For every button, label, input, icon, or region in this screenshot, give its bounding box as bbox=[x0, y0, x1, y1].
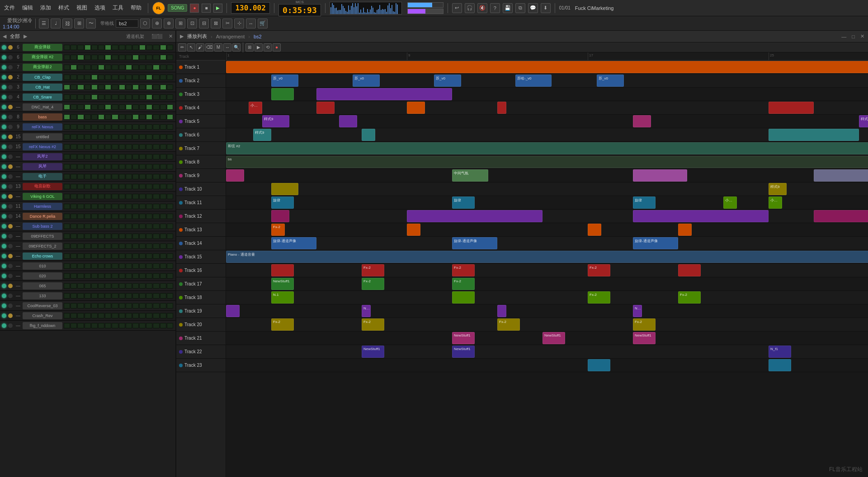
step-pad[interactable] bbox=[71, 323, 77, 328]
step-pad[interactable] bbox=[167, 293, 173, 299]
step-pad[interactable] bbox=[91, 234, 98, 239]
step-pad[interactable] bbox=[71, 234, 77, 239]
track-header[interactable]: Track 18 bbox=[176, 291, 226, 304]
clip[interactable]: Fx-2 bbox=[362, 264, 384, 276]
step-pad[interactable] bbox=[91, 323, 98, 328]
step-pad[interactable] bbox=[112, 134, 118, 140]
step-pad[interactable] bbox=[153, 194, 159, 199]
step-pad[interactable] bbox=[146, 303, 152, 309]
step-pad[interactable] bbox=[98, 253, 104, 259]
step-pad[interactable] bbox=[160, 224, 166, 229]
clip[interactable]: 中间气氛 bbox=[452, 169, 488, 182]
clip[interactable] bbox=[769, 359, 791, 371]
step-pad[interactable] bbox=[85, 124, 91, 130]
step-pad[interactable] bbox=[132, 174, 139, 179]
step-pad[interactable] bbox=[160, 263, 166, 269]
step-pad[interactable] bbox=[126, 204, 132, 209]
step-pad[interactable] bbox=[160, 114, 166, 120]
channel-name[interactable]: 电音副歌 bbox=[23, 183, 62, 190]
step-pad[interactable] bbox=[139, 283, 146, 289]
step-pad[interactable] bbox=[153, 65, 159, 70]
step-pad[interactable] bbox=[139, 164, 146, 169]
step-pad[interactable] bbox=[105, 224, 111, 229]
track-lane[interactable]: bs bbox=[226, 155, 868, 169]
step-pad[interactable] bbox=[160, 323, 166, 328]
step-pad[interactable] bbox=[91, 124, 98, 130]
step-pad[interactable] bbox=[71, 45, 77, 50]
step-pad[interactable] bbox=[77, 224, 84, 229]
step-pad[interactable] bbox=[77, 65, 84, 70]
step-pad[interactable] bbox=[153, 55, 159, 60]
track-header[interactable]: Track 9 bbox=[176, 169, 226, 182]
channel-name[interactable]: reFX Nexus bbox=[23, 123, 62, 131]
step-pad[interactable] bbox=[126, 65, 132, 70]
channel-row[interactable]: 11Harmless bbox=[0, 201, 175, 211]
menu-edit[interactable]: 编辑 bbox=[20, 3, 35, 13]
step-pad[interactable] bbox=[77, 134, 84, 140]
step-pad[interactable] bbox=[146, 243, 152, 249]
clip[interactable]: 旋律 bbox=[271, 196, 294, 209]
channel-active-led[interactable] bbox=[2, 75, 6, 80]
step-pad[interactable] bbox=[64, 234, 70, 239]
step-pad[interactable] bbox=[146, 293, 152, 299]
channel-name[interactable]: 065 bbox=[23, 282, 62, 290]
step-pad[interactable] bbox=[77, 194, 84, 199]
track-header[interactable]: Track 20 bbox=[176, 318, 226, 332]
undo-icon[interactable]: ↩ bbox=[452, 3, 462, 13]
channel-mute-led[interactable] bbox=[8, 204, 13, 209]
channel-active-led[interactable] bbox=[2, 204, 6, 209]
step-pad[interactable] bbox=[85, 224, 91, 229]
step-pad[interactable] bbox=[98, 65, 104, 70]
step-pad[interactable] bbox=[146, 313, 152, 318]
channel-active-led[interactable] bbox=[2, 174, 6, 179]
step-pad[interactable] bbox=[112, 313, 118, 318]
pattern-selector[interactable]: bs2 bbox=[116, 19, 138, 28]
step-pad[interactable] bbox=[98, 204, 104, 209]
clip[interactable] bbox=[678, 264, 701, 276]
step-pad[interactable] bbox=[153, 184, 159, 189]
step-pad[interactable] bbox=[126, 75, 132, 80]
step-pad[interactable] bbox=[112, 263, 118, 269]
channel-row[interactable]: —020 bbox=[0, 271, 175, 281]
step-pad[interactable] bbox=[146, 174, 152, 179]
channel-name[interactable]: 商业弹鼓2 bbox=[23, 64, 62, 71]
step-pad[interactable] bbox=[91, 224, 98, 229]
step-pad[interactable] bbox=[112, 144, 118, 150]
step-pad[interactable] bbox=[119, 154, 125, 159]
step-pad[interactable] bbox=[98, 144, 104, 150]
step-pad[interactable] bbox=[146, 194, 152, 199]
step-pad[interactable] bbox=[105, 283, 111, 289]
step-pad[interactable] bbox=[126, 253, 132, 259]
channel-row[interactable]: 9reFX Nexus bbox=[0, 122, 175, 132]
step-pad[interactable] bbox=[112, 214, 118, 219]
step-pad[interactable] bbox=[64, 174, 70, 179]
step-pad[interactable] bbox=[153, 273, 159, 279]
step-pad[interactable] bbox=[146, 104, 152, 110]
step-pad[interactable] bbox=[146, 55, 152, 60]
step-pad[interactable] bbox=[71, 164, 77, 169]
step-pad[interactable] bbox=[146, 214, 152, 219]
step-pad[interactable] bbox=[139, 194, 146, 199]
song-button[interactable]: SONG bbox=[168, 4, 187, 12]
channel-mute-led[interactable] bbox=[8, 224, 13, 229]
step-pad[interactable] bbox=[71, 214, 77, 219]
step-pad[interactable] bbox=[77, 94, 84, 100]
step-pad[interactable] bbox=[77, 214, 84, 219]
step-pad[interactable] bbox=[98, 84, 104, 90]
step-pad[interactable] bbox=[160, 75, 166, 80]
step-pad[interactable] bbox=[119, 224, 125, 229]
channel-mute-led[interactable] bbox=[8, 274, 13, 278]
step-pad[interactable] bbox=[105, 164, 111, 169]
step-pad[interactable] bbox=[91, 84, 98, 90]
clip[interactable]: 苏_v0 bbox=[434, 75, 461, 87]
channel-row[interactable]: 8bass bbox=[0, 112, 175, 122]
step-pad[interactable] bbox=[160, 154, 166, 159]
channel-row[interactable]: 2CB_Clap bbox=[0, 72, 175, 82]
step-pad[interactable] bbox=[126, 124, 132, 130]
clip[interactable]: 旋律 bbox=[633, 196, 656, 209]
step-pad[interactable] bbox=[112, 45, 118, 50]
step-pad[interactable] bbox=[112, 283, 118, 289]
channel-row[interactable]: 4CB_Snare bbox=[0, 92, 175, 102]
step-pad[interactable] bbox=[105, 174, 111, 179]
step-pad[interactable] bbox=[153, 174, 159, 179]
